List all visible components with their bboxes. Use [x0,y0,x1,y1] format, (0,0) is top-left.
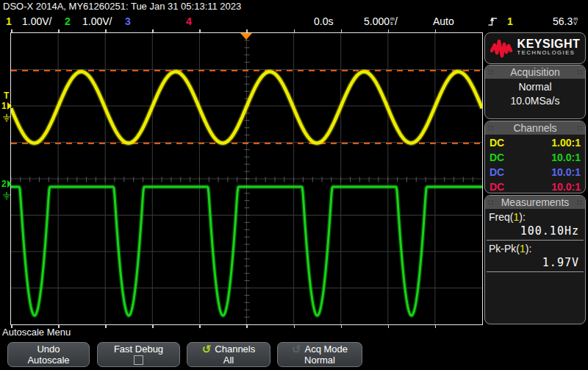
channel-row-2[interactable]: DC 10.0:1 [485,149,585,164]
ch2-marker-label: 2 [1,180,7,188]
ch4-probe-ratio: 10.0:1 [551,181,581,193]
grip-icon: ∷ [488,199,493,206]
status-trigger-source[interactable]: 1 [507,15,513,27]
trigger-time-marker[interactable] [240,33,252,40]
measurement-freq-label: Freq(1): [485,209,585,223]
timebase-value: 5.000 [364,15,390,27]
trigger-level-marker[interactable]: T [4,90,9,101]
measurements-panel: ∷ Measurements ∷ Freq(1): 100.10Hz Pk-Pk… [484,195,586,324]
status-ch4-number[interactable]: 4 [186,15,192,27]
refresh-icon-dim: ↺ [292,344,301,354]
grip-icon: ∷ [577,199,582,206]
status-ch1-number[interactable]: 1 [6,15,12,27]
waveform-display-area [10,32,483,325]
fast-debug-button[interactable]: Fast Debug [97,342,180,367]
ch1-marker-label: 1 [1,102,7,110]
acq-mode-button[interactable]: ↺Acq Mode Normal [277,342,362,367]
channel-row-3[interactable]: DC 10.0:1 [485,164,585,179]
acquisition-title: Acquisition [510,66,560,78]
grip-icon: ∷ [488,68,493,76]
ch3-coupling: DC [490,166,504,178]
ch1-probe-ratio: 1.00:1 [551,137,581,149]
ch1-coupling: DC [490,137,504,149]
ch2-coupling: DC [490,152,504,163]
status-timebase[interactable]: 5.000ms/ [364,15,398,27]
channels-panel: ∷ Channels ∷ DC 1.00:1 DC 10.0:1 DC 10.0… [484,121,586,193]
channels-all-button[interactable]: ↺Channels All [187,342,270,367]
ch1-ground-marker[interactable]: 1 [1,102,12,110]
trigger-level-unit: mV [573,17,578,26]
channel-row-1[interactable]: DC 1.00:1 [485,135,585,149]
waveform-svg [11,33,482,324]
acquisition-panel: ∷ Acquisition ∷ Normal 10.0MSa/s [484,65,586,119]
ch4-coupling: DC [490,181,504,193]
graticule-bottom-ticks [11,325,482,328]
oscilloscope-screen: DSO-X 2014A, MY61260251: Tue Jan 31 05:1… [0,0,588,370]
measurement-pkpk-value: 1.97V [485,255,585,271]
grip-icon: ∷ [488,124,493,132]
keysight-spark-icon [490,38,514,59]
window-title: DSO-X 2014A, MY61260251: Tue Jan 31 05:1… [3,1,241,12]
channels-title: Channels [513,122,556,134]
acquisition-header[interactable]: ∷ Acquisition ∷ [485,65,585,79]
grip-icon: ∷ [577,124,582,132]
ch3-probe-ratio: 10.0:1 [551,166,581,178]
measurements-header[interactable]: ∷ Measurements ∷ [485,196,585,209]
trigger-slope-icon [488,15,498,27]
fast-debug-checkbox[interactable] [134,355,143,365]
ch2-probe-ratio: 10.0:1 [551,152,581,163]
ch1-marker-arrow-icon [7,102,12,110]
ch2-marker-arrow-icon [7,180,12,188]
measurement-separator [487,271,584,272]
status-delay[interactable]: 0.0s [314,15,333,27]
trigger-level-value: 56.3 [553,15,573,27]
undo-autoscale-button[interactable]: Undo Autoscale [7,342,90,367]
timebase-slash: / [395,15,398,27]
status-trigger-mode[interactable]: Auto [433,15,454,27]
status-trigger-level[interactable]: 56.3mV [553,15,578,27]
ch2-ground-icon [2,189,11,202]
keysight-logo: KEYSIGHT TECHNOLOGIES [484,32,586,64]
status-ch3-number[interactable]: 3 [125,15,131,27]
ch2-ground-marker[interactable]: 2 [1,180,12,188]
ch1-ground-icon [2,111,11,124]
status-ch2-scale[interactable]: 1.00V/ [82,15,112,27]
channels-header[interactable]: ∷ Channels ∷ [485,121,585,135]
status-ch2-number[interactable]: 2 [65,15,71,27]
grip-icon: ∷ [577,68,582,76]
channel-row-4[interactable]: DC 10.0:1 [485,179,585,193]
acquisition-sample-rate: 10.0MSa/s [485,95,585,107]
measurement-freq-value: 100.10Hz [485,223,585,240]
logo-brand-text: KEYSIGHT [517,40,581,49]
refresh-icon: ↺ [202,344,212,354]
status-ch1-scale[interactable]: 1.00V/ [22,15,51,27]
measurement-pkpk-label: Pk-Pk(1): [485,241,585,255]
acquisition-mode: Normal [485,81,585,93]
measurements-title: Measurements [501,196,570,208]
menu-title: Autoscale Menu [2,327,71,338]
logo-sub-text: TECHNOLOGIES [517,49,581,57]
